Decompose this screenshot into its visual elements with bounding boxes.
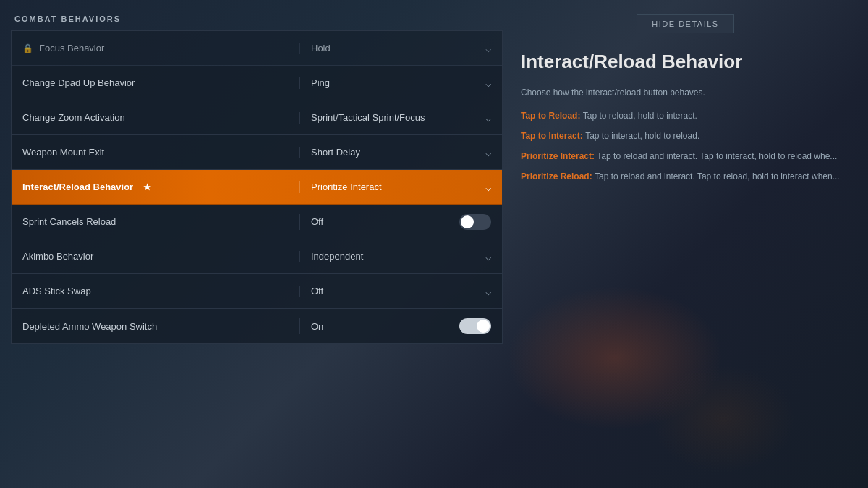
detail-option-0: Tap to Reload: Tap to reload, hold to in… bbox=[521, 109, 850, 122]
toggle-label-sprint-cancels-reload: Off bbox=[311, 216, 323, 227]
setting-row-akimbo-behavior[interactable]: Akimbo BehaviorIndependent⌵ bbox=[12, 239, 502, 274]
detail-panel: Interact/Reload Behavior Choose how the … bbox=[517, 44, 854, 190]
setting-label-text-akimbo-behavior: Akimbo Behavior bbox=[22, 251, 93, 262]
chevron-icon-change-dpad-up: ⌵ bbox=[485, 77, 491, 89]
setting-label-text-interact-reload: Interact/Reload Behavior bbox=[22, 181, 133, 192]
section-title: COMBAT BEHAVIORS bbox=[11, 14, 503, 23]
setting-value-focus-behavior: Hold⌵ bbox=[299, 43, 502, 54]
toggle-sprint-cancels-reload[interactable] bbox=[459, 214, 491, 230]
dropdown-label-weapon-mount-exit: Short Delay bbox=[311, 147, 360, 158]
detail-option-desc-2: Tap to reload and interact. Tap to inter… bbox=[597, 151, 837, 161]
toggle-knob-sprint-cancels-reload bbox=[461, 215, 474, 228]
setting-label-weapon-mount-exit: Weapon Mount Exit bbox=[12, 147, 299, 158]
dropdown-label-akimbo-behavior: Independent bbox=[311, 251, 363, 262]
detail-option-name-0: Tap to Reload: bbox=[521, 111, 583, 121]
detail-option-desc-0: Tap to reload, hold to interact. bbox=[583, 111, 697, 121]
toggle-depleted-ammo[interactable] bbox=[459, 318, 491, 334]
detail-option-name-2: Prioritize Interact: bbox=[521, 151, 597, 161]
toggle-knob-depleted-ammo bbox=[477, 320, 490, 333]
setting-label-interact-reload: Interact/Reload Behavior★ bbox=[12, 181, 299, 192]
setting-label-change-dpad-up: Change Dpad Up Behavior bbox=[12, 77, 299, 88]
detail-option-desc-3: Tap to reload and interact. Tap to reloa… bbox=[595, 171, 840, 181]
setting-row-weapon-mount-exit[interactable]: Weapon Mount ExitShort Delay⌵ bbox=[12, 135, 502, 170]
dropdown-label-interact-reload: Prioritize Interact bbox=[311, 181, 382, 192]
detail-option-1: Tap to Interact: Tap to interact, hold t… bbox=[521, 129, 850, 142]
setting-value-depleted-ammo: On bbox=[299, 318, 502, 334]
setting-label-ads-stick-swap: ADS Stick Swap bbox=[12, 286, 299, 296]
setting-value-ads-stick-swap: Off⌵ bbox=[299, 286, 502, 297]
setting-label-text-change-zoom: Change Zoom Activation bbox=[22, 112, 125, 123]
chevron-icon-change-zoom: ⌵ bbox=[485, 112, 491, 124]
setting-label-sprint-cancels-reload: Sprint Cancels Reload bbox=[12, 216, 299, 227]
detail-option-desc-1: Tap to interact, hold to reload. bbox=[585, 131, 699, 141]
setting-label-focus-behavior: 🔒Focus Behavior bbox=[12, 43, 299, 53]
star-icon: ★ bbox=[143, 182, 151, 192]
setting-label-text-depleted-ammo: Depleted Ammo Weapon Switch bbox=[22, 321, 157, 332]
toggle-label-depleted-ammo: On bbox=[311, 321, 323, 332]
setting-label-akimbo-behavior: Akimbo Behavior bbox=[12, 251, 299, 262]
setting-value-change-dpad-up: Ping⌵ bbox=[299, 77, 502, 89]
setting-label-text-sprint-cancels-reload: Sprint Cancels Reload bbox=[22, 216, 116, 227]
setting-value-sprint-cancels-reload: Off bbox=[299, 214, 502, 230]
detail-title: Interact/Reload Behavior bbox=[521, 51, 850, 72]
detail-option-name-3: Prioritize Reload: bbox=[521, 171, 595, 181]
setting-label-text-ads-stick-swap: ADS Stick Swap bbox=[22, 286, 91, 296]
lock-icon: 🔒 bbox=[22, 43, 33, 53]
chevron-icon-ads-stick-swap: ⌵ bbox=[485, 286, 491, 297]
dropdown-label-focus-behavior: Hold bbox=[311, 43, 331, 53]
setting-row-sprint-cancels-reload[interactable]: Sprint Cancels ReloadOff bbox=[12, 205, 502, 239]
dropdown-label-ads-stick-swap: Off bbox=[311, 286, 323, 296]
setting-value-interact-reload: Prioritize Interact⌵ bbox=[299, 181, 502, 193]
right-panel: HIDE DETAILS Interact/Reload Behavior Ch… bbox=[517, 14, 854, 474]
detail-options: Tap to Reload: Tap to reload, hold to in… bbox=[521, 109, 850, 183]
content-area: COMBAT BEHAVIORS 🔒Focus BehaviorHold⌵Cha… bbox=[0, 0, 868, 488]
detail-option-2: Prioritize Interact: Tap to reload and i… bbox=[521, 150, 850, 163]
dropdown-label-change-dpad-up: Ping bbox=[311, 77, 330, 88]
setting-row-change-zoom[interactable]: Change Zoom ActivationSprint/Tactical Sp… bbox=[12, 100, 502, 135]
left-panel: COMBAT BEHAVIORS 🔒Focus BehaviorHold⌵Cha… bbox=[11, 14, 503, 474]
setting-label-change-zoom: Change Zoom Activation bbox=[12, 112, 299, 123]
setting-row-interact-reload[interactable]: Interact/Reload Behavior★Prioritize Inte… bbox=[12, 170, 502, 205]
setting-label-text-focus-behavior: Focus Behavior bbox=[39, 43, 104, 53]
hide-details-button[interactable]: HIDE DETAILS bbox=[637, 14, 733, 33]
setting-row-focus-behavior[interactable]: 🔒Focus BehaviorHold⌵ bbox=[12, 31, 502, 66]
setting-value-weapon-mount-exit: Short Delay⌵ bbox=[299, 147, 502, 158]
setting-row-depleted-ammo[interactable]: Depleted Ammo Weapon SwitchOn bbox=[12, 309, 502, 343]
setting-label-depleted-ammo: Depleted Ammo Weapon Switch bbox=[12, 321, 299, 332]
setting-row-change-dpad-up[interactable]: Change Dpad Up BehaviorPing⌵ bbox=[12, 66, 502, 100]
setting-label-text-weapon-mount-exit: Weapon Mount Exit bbox=[22, 147, 104, 158]
detail-option-name-1: Tap to Interact: bbox=[521, 131, 585, 141]
dropdown-label-change-zoom: Sprint/Tactical Sprint/Focus bbox=[311, 112, 425, 123]
setting-row-ads-stick-swap[interactable]: ADS Stick SwapOff⌵ bbox=[12, 274, 502, 309]
chevron-icon-interact-reload: ⌵ bbox=[485, 181, 491, 193]
chevron-icon-focus-behavior: ⌵ bbox=[485, 43, 491, 54]
detail-description: Choose how the interact/reload button be… bbox=[521, 86, 850, 99]
chevron-icon-akimbo-behavior: ⌵ bbox=[485, 251, 491, 262]
detail-option-3: Prioritize Reload: Tap to reload and int… bbox=[521, 170, 850, 183]
settings-list: 🔒Focus BehaviorHold⌵Change Dpad Up Behav… bbox=[11, 30, 503, 344]
setting-label-text-change-dpad-up: Change Dpad Up Behavior bbox=[22, 77, 135, 88]
detail-divider bbox=[521, 77, 850, 77]
setting-value-change-zoom: Sprint/Tactical Sprint/Focus⌵ bbox=[299, 112, 502, 124]
setting-value-akimbo-behavior: Independent⌵ bbox=[299, 251, 502, 262]
chevron-icon-weapon-mount-exit: ⌵ bbox=[485, 147, 491, 158]
